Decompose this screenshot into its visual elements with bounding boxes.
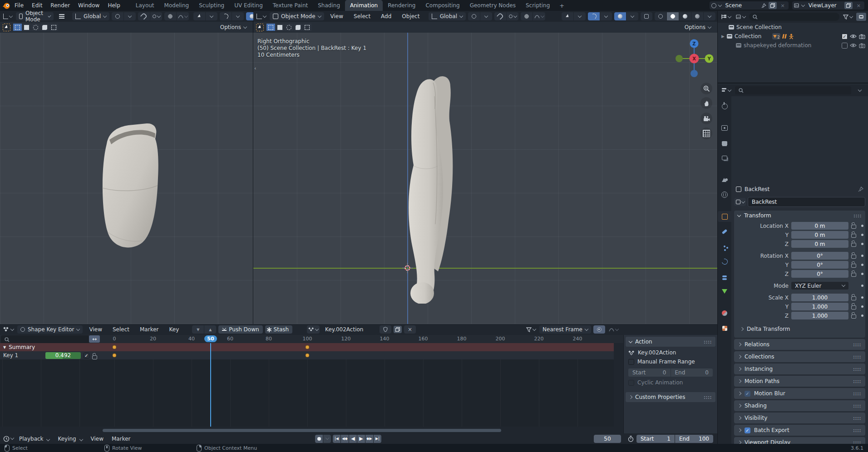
cyclic-animation-checkbox[interactable] <box>628 380 634 386</box>
tab-modifiers-icon[interactable] <box>718 226 731 237</box>
properties-search-input[interactable] <box>735 86 851 94</box>
lock-icon[interactable] <box>851 243 856 247</box>
animate-dot-icon[interactable] <box>861 225 863 227</box>
dopesheet-mode-dropdown[interactable]: Shape Key Editor <box>17 325 83 334</box>
outliner-row-shapekeyed[interactable]: shapekeyed deformation <box>718 41 868 50</box>
select-circle-button[interactable] <box>285 24 293 31</box>
mode-dropdown[interactable]: Object Mode <box>270 12 324 20</box>
menu-key[interactable]: Key <box>165 326 183 333</box>
shapekey-badge[interactable] <box>782 33 787 39</box>
zoom-icon[interactable] <box>700 83 712 94</box>
push-down-button[interactable]: Push Down <box>218 325 262 334</box>
delta-transform-panel-header[interactable]: Delta Transform <box>734 324 865 334</box>
tab-object-icon[interactable] <box>718 211 731 222</box>
menu-view[interactable]: View <box>87 436 108 442</box>
tab-scene-icon[interactable] <box>718 174 731 185</box>
dopesheet-filter-icon[interactable] <box>525 325 537 334</box>
select-extend-button[interactable] <box>49 24 58 31</box>
scene-selector[interactable]: Scene × <box>710 1 789 10</box>
new-action-button[interactable] <box>394 326 402 333</box>
play-reverse-button[interactable]: ◀ <box>349 435 357 443</box>
animate-dot-icon[interactable] <box>861 296 863 299</box>
region-collapse-chevron[interactable]: ‹ <box>254 65 256 71</box>
overlays-dropdown[interactable] <box>626 12 638 20</box>
pivot-point-icon[interactable] <box>112 12 123 20</box>
tab-particles-icon[interactable] <box>718 241 731 252</box>
animate-dot-icon[interactable] <box>861 285 863 287</box>
lock-icon[interactable] <box>851 314 856 319</box>
hide-eye-icon[interactable] <box>850 34 857 39</box>
lock-icon[interactable] <box>851 264 856 268</box>
keyframe[interactable] <box>306 345 310 349</box>
animate-dot-icon[interactable] <box>861 243 863 245</box>
current-frame-field[interactable]: 50 <box>594 435 621 443</box>
select-lasso-button[interactable] <box>294 24 302 31</box>
menu-keying[interactable]: Keying <box>54 436 86 442</box>
use-preview-range-stopwatch-icon[interactable] <box>625 435 636 443</box>
tweak-tool-icon[interactable] <box>256 24 264 31</box>
tab-animation[interactable]: Animation <box>345 0 383 11</box>
keyframe[interactable] <box>113 354 117 358</box>
shading-solid-icon[interactable] <box>667 12 679 20</box>
menu-add[interactable]: Add <box>377 13 395 20</box>
key1-value-slider[interactable]: 0.492 <box>45 352 81 359</box>
panel-motion-paths[interactable]: Motion Paths:::: <box>734 376 865 387</box>
menu-render[interactable]: Render <box>46 2 74 9</box>
falloff-dropdown[interactable] <box>177 12 189 20</box>
menu-view[interactable]: View <box>326 13 347 20</box>
options-dropdown[interactable]: Options <box>681 23 715 31</box>
filter-icon[interactable] <box>842 13 854 21</box>
current-frame-pill[interactable]: 50 <box>204 335 217 342</box>
tab-layout[interactable]: Layout <box>131 0 159 11</box>
menu-window[interactable]: Window <box>74 2 104 9</box>
snap-mode-dropdown[interactable]: Nearest Frame <box>539 325 591 334</box>
select-circle-button[interactable] <box>31 24 40 31</box>
panel-motion-blur[interactable]: ✓Motion Blur:::: <box>734 388 865 399</box>
location-y-field[interactable]: 0 m <box>791 231 848 239</box>
pivot-point-icon[interactable] <box>468 12 480 20</box>
editor-type-timeline-icon[interactable] <box>2 435 15 443</box>
select-box-button[interactable] <box>276 24 284 31</box>
navigation-gizmo[interactable]: Y Z X <box>675 39 714 78</box>
snap-target-dropdown[interactable] <box>507 12 518 20</box>
armature-badge[interactable] <box>789 34 794 39</box>
batch-export-checkbox[interactable]: ✓ <box>745 427 750 433</box>
new-scene-button[interactable] <box>769 2 777 9</box>
outliner-search-input[interactable] <box>749 13 839 21</box>
action-start-field[interactable]: Start0 <box>628 368 671 377</box>
auto-keying-record-button[interactable] <box>315 435 323 443</box>
panel-instancing[interactable]: Instancing:::: <box>734 364 865 374</box>
panel-grip[interactable]: :::: <box>853 213 862 218</box>
scale-x-field[interactable]: 1.000 <box>791 294 848 301</box>
filter-invert-button[interactable]: ↔ <box>89 335 100 343</box>
tab-tool-icon[interactable] <box>718 101 731 112</box>
tab-shading[interactable]: Shading <box>313 0 345 11</box>
tab-modeling[interactable]: Modeling <box>159 0 194 11</box>
action-panel-header[interactable]: Action:::: <box>626 337 715 347</box>
properties-filter-dropdown[interactable] <box>854 86 866 94</box>
start-frame-field[interactable]: Start1 <box>636 435 675 443</box>
animate-dot-icon[interactable] <box>861 255 863 257</box>
grid-ortho-icon[interactable] <box>700 128 712 139</box>
viewlayer-selector[interactable]: ViewLayer × <box>792 1 864 10</box>
visibility-dropdown[interactable] <box>574 12 586 20</box>
show-object-types-icon[interactable] <box>562 12 573 20</box>
select-extend-button[interactable] <box>303 24 311 31</box>
unlink-scene-button[interactable]: × <box>779 3 787 9</box>
auto-keying-dropdown[interactable] <box>323 435 331 443</box>
tab-uv-editing[interactable]: UV Editing <box>229 0 268 11</box>
scale-z-field[interactable]: 1.000 <box>791 312 848 319</box>
object-name-field[interactable]: BackRest <box>748 197 865 207</box>
outliner-row-scene-collection[interactable]: Scene Collection <box>718 23 868 32</box>
move-action-down-icon[interactable]: ▼ <box>192 325 204 334</box>
dopesheet-grid-area[interactable] <box>0 359 614 427</box>
add-workspace-button[interactable]: + <box>555 2 569 9</box>
render-camera-icon[interactable] <box>859 34 865 39</box>
editor-type-dopesheet-icon[interactable] <box>2 325 15 334</box>
motion-blur-checkbox[interactable]: ✓ <box>745 391 750 397</box>
lock-icon[interactable] <box>851 234 856 238</box>
menu-view[interactable]: View <box>85 326 106 333</box>
shading-dropdown[interactable] <box>704 12 715 20</box>
rotation-z-field[interactable]: 0° <box>791 270 848 278</box>
lock-icon[interactable] <box>851 225 856 229</box>
